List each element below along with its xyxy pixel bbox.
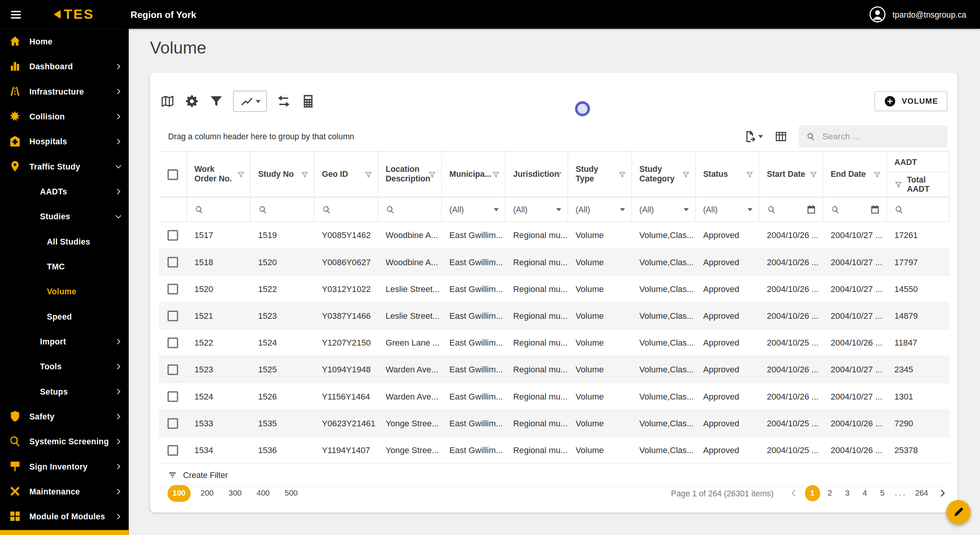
page-size-500[interactable]: 500: [280, 485, 303, 502]
filter-cell-total-aadt[interactable]: [887, 197, 949, 221]
table-cell: East Gwillim...: [442, 338, 506, 347]
sidebar-item-tools[interactable]: Tools: [0, 354, 129, 378]
column-header-study-type[interactable]: Study Type: [568, 152, 632, 197]
page-button-1[interactable]: 1: [805, 485, 820, 501]
map-view-icon[interactable]: [160, 94, 175, 109]
filter-icon[interactable]: [209, 94, 224, 109]
row-checkbox[interactable]: [159, 230, 187, 240]
column-header-location-description[interactable]: Location Description: [378, 152, 442, 197]
column-header-start-date[interactable]: Start Date: [759, 152, 823, 197]
row-checkbox[interactable]: [159, 418, 187, 429]
row-checkbox[interactable]: [159, 364, 187, 375]
sidebar-item-studies[interactable]: Studies: [0, 204, 129, 228]
sidebar-item-hospitals[interactable]: Hospitals: [0, 129, 129, 153]
filter-cell-status[interactable]: (All): [696, 197, 760, 221]
settings-gear-icon[interactable]: [184, 94, 199, 109]
floating-action-button[interactable]: [946, 500, 971, 525]
sidebar-item-safety[interactable]: Safety: [0, 404, 129, 429]
row-checkbox[interactable]: [159, 310, 187, 321]
column-header-geo-id[interactable]: Geo ID: [315, 152, 378, 197]
filter-cell-study-type[interactable]: (All): [568, 197, 632, 221]
column-header-status[interactable]: Status: [696, 152, 760, 197]
page-size-200[interactable]: 200: [196, 485, 219, 502]
column-chooser-icon[interactable]: [775, 130, 788, 143]
filter-cell-study-no[interactable]: [251, 197, 315, 221]
filter-cell-geo-id[interactable]: [315, 197, 378, 221]
row-checkbox[interactable]: [159, 391, 187, 402]
dropdown-caret-icon[interactable]: [747, 208, 752, 211]
page-button-5[interactable]: 5: [875, 485, 890, 501]
sidebar-item-home[interactable]: Home: [0, 29, 129, 54]
search-icon: [258, 205, 267, 214]
table-row[interactable]: 15211523Y0387Y1466Leslie Street...East G…: [159, 303, 949, 329]
filter-cell-study-category[interactable]: (All): [632, 197, 696, 221]
user-avatar-icon[interactable]: [869, 6, 886, 23]
table-row[interactable]: 15221524Y1207Y2150Green Lane ...East Gwi…: [159, 329, 949, 356]
prev-page-button[interactable]: [789, 488, 799, 498]
row-checkbox[interactable]: [159, 445, 187, 455]
sidebar-item-import[interactable]: Import: [0, 329, 129, 354]
row-checkbox[interactable]: [159, 337, 187, 348]
table-row[interactable]: 15171519Y0085Y1462Woodbine A...East Gwil…: [159, 222, 949, 249]
search-icon: [386, 205, 395, 214]
filter-cell-work-order-no[interactable]: [187, 197, 251, 221]
table-row[interactable]: 15331535Y0623Y21461Yonge Stree...East Gw…: [159, 410, 949, 437]
sidebar-item-aadts[interactable]: AADTs: [0, 179, 129, 204]
add-volume-button[interactable]: VOLUME: [874, 91, 948, 111]
row-checkbox[interactable]: [159, 284, 187, 294]
column-header-work-order-no[interactable]: Work Order No.: [187, 152, 251, 197]
search-input[interactable]: [821, 130, 940, 142]
dropdown-caret-icon[interactable]: [494, 208, 499, 211]
table-cell: Volume: [568, 391, 632, 401]
page-size-400[interactable]: 400: [252, 485, 275, 502]
column-header-municipa[interactable]: Municipa...: [442, 152, 506, 197]
column-header-study-category[interactable]: Study Category: [632, 152, 696, 197]
row-checkbox[interactable]: [159, 256, 187, 267]
sidebar-item-dashboard[interactable]: Dashboard: [0, 54, 129, 78]
sidebar-item-setups[interactable]: Setups: [0, 379, 129, 404]
sidebar-item-sign-inventory[interactable]: Sign Inventory: [0, 454, 129, 479]
table-row[interactable]: 15241526Y1156Y1464Warden Ave...East Gwil…: [159, 383, 949, 410]
table-row[interactable]: 15341536Y1194Y1407Yonge Stree...East Gwi…: [159, 437, 949, 464]
page-size-100[interactable]: 100: [168, 485, 191, 502]
table-row[interactable]: 15231525Y1094Y1948Warden Ave...East Gwil…: [159, 356, 949, 383]
dropdown-caret-icon[interactable]: [620, 208, 625, 211]
filter-cell-end-date[interactable]: [823, 197, 887, 221]
export-button[interactable]: [743, 130, 763, 143]
next-page-button[interactable]: [938, 488, 947, 498]
table-row[interactable]: 15181520Y0086Y0627Woodbine A...East Gwil…: [159, 249, 949, 276]
page-button-264[interactable]: 264: [912, 485, 931, 501]
sidebar-item-collision[interactable]: Collision: [0, 104, 129, 129]
page-button-2[interactable]: 2: [822, 485, 837, 501]
chart-view-selector[interactable]: [233, 91, 267, 112]
select-all-checkbox[interactable]: [159, 152, 187, 197]
sidebar-item-speed[interactable]: Speed: [0, 304, 129, 329]
page-button-3[interactable]: 3: [840, 485, 855, 501]
dropdown-caret-icon[interactable]: [684, 208, 689, 211]
sidebar-item-traffic-study[interactable]: Traffic Study: [0, 154, 129, 179]
column-header-study-no[interactable]: Study No: [251, 152, 315, 197]
tes-logo[interactable]: TES: [54, 6, 94, 22]
sidebar-item-all-studies[interactable]: All Studies: [0, 229, 129, 254]
filter-cell-location-description[interactable]: [378, 197, 442, 221]
filter-cell-jurisdiction[interactable]: (All): [505, 197, 568, 221]
page-button-4[interactable]: 4: [857, 485, 872, 501]
table-row[interactable]: 15201522Y0312Y1022Leslie Street...East G…: [159, 276, 949, 302]
table-cell: 1522: [187, 338, 251, 347]
sidebar-item-infrastructure[interactable]: Infrastructure: [0, 79, 129, 104]
sidebar-item-systemic-screening[interactable]: Systemic Screening: [0, 429, 129, 453]
menu-icon[interactable]: [9, 8, 22, 21]
filter-cell-start-date[interactable]: [759, 197, 823, 221]
filter-cell-municipa[interactable]: (All): [442, 197, 506, 221]
column-header-jurisdiction[interactable]: Jurisdiction: [505, 152, 568, 197]
dropdown-caret-icon[interactable]: [556, 208, 561, 211]
sidebar-item-maintenance[interactable]: Maintenance: [0, 479, 129, 504]
sidebar-item-module-of-modules[interactable]: Module of Modules: [0, 504, 129, 528]
swap-icon[interactable]: [276, 94, 291, 109]
column-header-total-aadt[interactable]: Total AADT: [887, 173, 949, 197]
sidebar-item-volume[interactable]: Volume: [0, 279, 129, 303]
page-size-300[interactable]: 300: [223, 485, 246, 502]
calculator-icon[interactable]: [301, 94, 316, 109]
column-header-end-date[interactable]: End Date: [823, 152, 887, 197]
sidebar-item-tmc[interactable]: TMC: [0, 254, 129, 279]
